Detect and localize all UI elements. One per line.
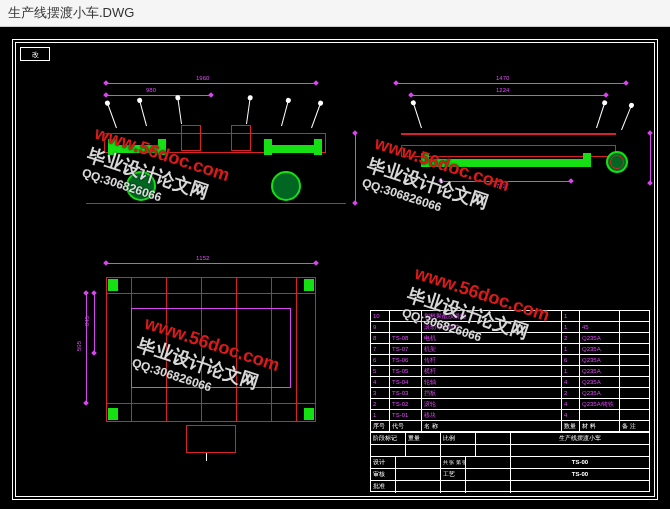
dim-side-inner (441, 181, 571, 182)
rail-post-r1 (264, 139, 272, 155)
bom-cell: 移块 (421, 410, 561, 420)
bom-row: 10塑料聚酰胺滑轮1 (371, 311, 649, 321)
bom-cell: TS-01 (389, 410, 421, 420)
bom-row: 4TS-04轮轴4Q235A (371, 376, 649, 387)
motor-plan (186, 425, 236, 453)
dim-side-height (650, 133, 651, 183)
bom-cell: 2 (371, 399, 389, 409)
corner-bl (108, 408, 118, 420)
bom-cell: TS-03 (389, 388, 421, 398)
revision-box: 改 (20, 47, 50, 61)
motor-centerline (206, 453, 207, 461)
dim-side-inner-txt: 742 (496, 183, 506, 189)
tb-project-name: 生产线摆渡小车 (511, 433, 649, 444)
bom-cell (579, 410, 619, 420)
bom-row: 5TS-05横杆1Q235A (371, 365, 649, 376)
leg-s1 (421, 153, 429, 167)
bom-row: 7TS-07机架1Q235A (371, 343, 649, 354)
tb-drawing-no2: TS-00 (511, 469, 649, 480)
plan-inner-box (131, 308, 291, 388)
dim-front-height (355, 133, 356, 203)
dim-top-ha (94, 293, 95, 353)
drawing-frame-inner: 改 1960 980 (15, 42, 655, 497)
stiffener-v6 (296, 277, 297, 422)
bom-cell (619, 388, 649, 398)
rail-post-l1 (108, 139, 116, 155)
dim-top-width-txt: 1152 (196, 255, 209, 261)
leader-s2 (596, 104, 605, 128)
bom-row: 2TS-02滚轮4Q235A/铸铁 (371, 398, 649, 409)
bom-header-cell: 数量 (561, 421, 579, 431)
bom-cell: 5 (371, 366, 389, 376)
bom-cell: 4 (561, 377, 579, 387)
bom-cell: Q235A (579, 388, 619, 398)
bom-cell: 8 (371, 333, 389, 343)
bom-cell: 4 (561, 410, 579, 420)
dim-front-overall (106, 83, 316, 84)
bom-cell: 4 (371, 377, 389, 387)
bom-cell (619, 399, 649, 409)
bom-cell: TS-04 (389, 377, 421, 387)
bom-cell (619, 344, 649, 354)
bom-header-cell: 备 注 (619, 421, 649, 431)
leader-1 (107, 104, 116, 128)
bom-header-cell: 代号 (389, 421, 421, 431)
deck-top (401, 133, 616, 135)
dim-front-half (106, 95, 211, 96)
view-plan: 1152 (86, 263, 346, 473)
bom-cell: 电机 (421, 333, 561, 343)
bom-cell: 滚动导轮组件 (421, 322, 561, 332)
rail-post-l2 (158, 139, 166, 155)
leader-6 (311, 104, 320, 128)
bom-cell: TS-05 (389, 366, 421, 376)
bom-header-cell: 序号 (371, 421, 389, 431)
leg-s2 (583, 153, 591, 167)
bom-cell: 1 (371, 410, 389, 420)
bom-cell: 6 (371, 355, 389, 365)
bom-cell: TS-02 (389, 399, 421, 409)
leader-s1 (413, 104, 422, 128)
dim-side-overall (396, 83, 626, 84)
drawing-frame-outer: 改 1960 980 (12, 39, 658, 500)
tb-drawing-no: TS-00 (511, 457, 649, 468)
bom-cell: 滚轮 (421, 399, 561, 409)
tb-approve: 批准 (371, 481, 396, 493)
wheel-front-left (126, 171, 156, 201)
view-side-elevation: 1470 1224 742 (386, 83, 646, 228)
title-block: 阶段标记 重量 比例 生产线摆渡小车 设计 共 张 第 张 (370, 432, 650, 492)
bom-row: 6TS-06传杆6Q235A (371, 354, 649, 365)
bom-cell: 4 (561, 399, 579, 409)
bom-cell: TS-08 (389, 333, 421, 343)
tb-sheet: 共 张 第 张 (441, 457, 466, 468)
file-title-bar: 生产线摆渡小车.DWG (0, 0, 670, 27)
bom-cell: 1 (561, 311, 579, 321)
motor-left (181, 125, 201, 151)
bom-cell: 10 (371, 311, 389, 321)
bom-cell: Q235A (579, 377, 619, 387)
bom-cell: 7 (371, 344, 389, 354)
bom-cell: Q235A (579, 333, 619, 343)
cad-canvas: 改 1960 980 (0, 27, 670, 509)
bom-cell: 传杆 (421, 355, 561, 365)
bom-cell (389, 322, 421, 332)
bom-cell: Q235A/铸铁 (579, 399, 619, 409)
bom-cell: TS-06 (389, 355, 421, 365)
bom-cell: 2 (561, 333, 579, 343)
bom-cell (389, 311, 421, 321)
bom-header: 序号代号名 称数量材 料备 注 (371, 420, 649, 431)
leader-5 (281, 102, 288, 126)
bom-row: 3TS-03挡板2Q235A (371, 387, 649, 398)
ground-line-front (86, 203, 346, 204)
bom-cell: 6 (561, 355, 579, 365)
bom-cell: 3 (371, 388, 389, 398)
bom-cell: Q235A (579, 355, 619, 365)
rail-side (421, 159, 591, 167)
bom-cell (619, 311, 649, 321)
bom-cell (619, 355, 649, 365)
dim-top-width (106, 263, 316, 264)
bom-table: 10塑料聚酰胺滑轮19滚动导轮组件1458TS-08电机2Q235A7TS-07… (370, 310, 650, 432)
bom-cell: TS-07 (389, 344, 421, 354)
tb-stage-label: 阶段标记 (371, 433, 406, 444)
bom-cell: 1 (561, 344, 579, 354)
wheel-front-right (271, 171, 301, 201)
